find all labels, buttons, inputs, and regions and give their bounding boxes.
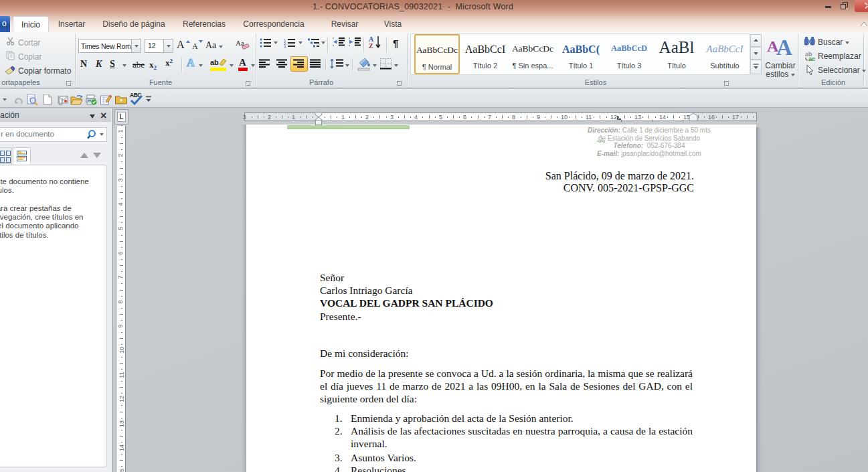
svg-text:ab: ab <box>210 58 219 66</box>
svg-text:3: 3 <box>284 45 286 49</box>
svg-text:Z: Z <box>369 42 373 50</box>
svg-text:ac: ac <box>808 56 815 62</box>
